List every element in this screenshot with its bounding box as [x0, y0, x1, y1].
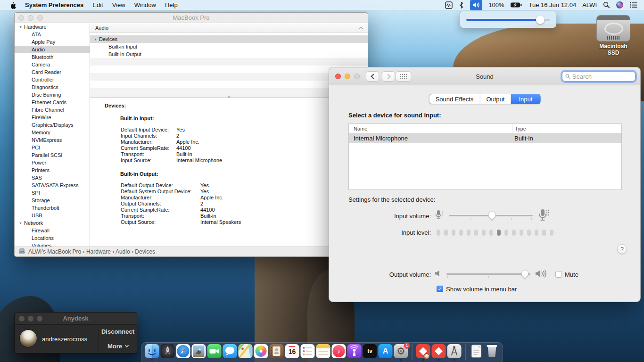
show-volume-checkbox[interactable]: ✓	[437, 286, 443, 292]
sidebar-item-ethernet-cards[interactable]: Ethernet Cards	[15, 99, 90, 106]
apple-menu-icon[interactable]	[10, 0, 16, 10]
desktop-disk-macintosh-ssd[interactable]: Macintosh SSD	[595, 15, 632, 56]
forward-button[interactable]	[382, 71, 395, 82]
sidebar-item-bluetooth[interactable]: Bluetooth	[15, 53, 90, 61]
menu-edit[interactable]: Edit	[92, 1, 103, 8]
dock-item-photo-file[interactable]	[192, 344, 206, 360]
sidebar-item-nvmexpress[interactable]: NVMExpress	[15, 136, 90, 144]
dock-item-system-information[interactable]	[447, 344, 462, 360]
dock-item-apple-tv[interactable]: tv	[363, 344, 377, 360]
slider-thumb[interactable]	[521, 270, 529, 281]
splitter-handle[interactable]	[228, 96, 230, 98]
disconnect-button[interactable]: Disconnect	[99, 325, 137, 339]
dock-item-reminders[interactable]	[301, 344, 315, 360]
zoom-button[interactable]	[37, 316, 42, 321]
sidebar-item-controller[interactable]: Controller	[15, 76, 90, 83]
menu-clock[interactable]: Tue 16 Jun 12.04	[528, 1, 576, 8]
help-button[interactable]: ?	[617, 244, 627, 254]
system-information-title-bar[interactable]: MacBook Pro	[15, 13, 368, 23]
tab-sound-effects[interactable]: Sound Effects	[429, 94, 480, 104]
more-button[interactable]: More	[99, 339, 137, 354]
volume-menu-icon[interactable]	[470, 0, 482, 10]
menu-help[interactable]: Help	[165, 1, 178, 8]
spotlight-icon[interactable]	[603, 0, 610, 10]
tab-output[interactable]: Output	[480, 94, 511, 104]
sidebar-item-fibre-channel[interactable]: Fibre Channel	[15, 106, 90, 114]
sidebar-item-pci[interactable]: PCI	[15, 144, 90, 151]
notification-center-icon[interactable]	[629, 0, 637, 10]
close-button[interactable]	[18, 15, 24, 21]
tree-root-devices[interactable]: ▼ Devices	[90, 35, 368, 43]
search-field[interactable]	[562, 71, 636, 82]
sidebar-item-parallel-scsi[interactable]: Parallel SCSI	[15, 151, 90, 159]
sidebar-item-usb[interactable]: USB	[15, 212, 90, 219]
dock-item-notes[interactable]	[316, 344, 330, 360]
dock-item-maps[interactable]	[239, 344, 253, 360]
pane-splitter[interactable]	[90, 95, 368, 98]
input-volume-slider[interactable]	[449, 211, 533, 221]
output-volume-slider[interactable]	[446, 270, 530, 279]
slider-thumb[interactable]	[488, 211, 496, 222]
menu-view[interactable]: View	[112, 1, 125, 8]
dock-item-documents[interactable]	[470, 344, 484, 360]
battery-icon[interactable]	[510, 0, 522, 10]
menu-user[interactable]: ALWI	[582, 1, 597, 8]
dock-item-music[interactable]: ♪	[332, 344, 346, 360]
tab-input[interactable]: Input	[511, 94, 540, 104]
dock-item-finder[interactable]	[145, 344, 159, 360]
sidebar-group-hardware[interactable]: ▼Hardware	[15, 23, 90, 31]
collapse-chevron-icon[interactable]	[359, 26, 363, 30]
sidebar-item-ata[interactable]: ATA	[15, 31, 90, 38]
sidebar-item-firewire[interactable]: FireWire	[15, 114, 90, 121]
mute-checkbox[interactable]	[555, 271, 562, 278]
disclosure-triangle-icon[interactable]: ▼	[19, 222, 22, 225]
sidebar-item-diagnostics[interactable]: Diagnostics	[15, 83, 90, 91]
dock-item-photos[interactable]	[254, 344, 268, 360]
tree-row-built-in-output[interactable]: Built-in Output	[90, 50, 368, 58]
sidebar-item-locations[interactable]: Locations	[15, 234, 90, 242]
column-header-type[interactable]: Type	[512, 124, 621, 133]
dock-item-safari[interactable]	[176, 344, 190, 360]
close-button[interactable]	[19, 316, 25, 321]
sidebar-item-audio[interactable]: Audio	[15, 46, 90, 53]
bluetooth-icon[interactable]	[459, 0, 464, 10]
sidebar-item-disc-burning[interactable]: Disc Burning	[15, 91, 90, 99]
zoom-button[interactable]	[354, 74, 360, 79]
zoom-button[interactable]	[37, 15, 43, 21]
dock-item-podcasts[interactable]	[347, 344, 362, 360]
sidebar-item-volumes[interactable]: Volumes	[15, 242, 90, 247]
dock-item-facetime[interactable]	[207, 344, 222, 360]
sidebar-item-sata-express[interactable]: SATA/SATA Express	[15, 181, 90, 189]
pane-header-audio[interactable]: Audio	[90, 23, 368, 33]
search-input[interactable]	[572, 73, 632, 80]
sidebar-item-camera[interactable]: Camera	[15, 61, 90, 68]
sidebar-item-sas[interactable]: SAS	[15, 174, 90, 181]
sidebar-item-memory[interactable]: Memory	[15, 129, 90, 136]
dock-item-trash[interactable]	[485, 344, 499, 360]
dock-item-contacts[interactable]	[270, 344, 284, 360]
disclosure-triangle-icon[interactable]: ▼	[19, 25, 22, 29]
table-row-internal-microphone[interactable]: Internal Microphone Built-in	[349, 133, 621, 143]
sidebar-item-card-reader[interactable]: Card Reader	[15, 68, 90, 76]
anydesk-title-bar[interactable]: Anydesk	[15, 313, 137, 325]
sidebar-item-spi[interactable]: SPI	[15, 189, 90, 197]
dock-item-app-store[interactable]: A	[379, 344, 393, 360]
sidebar-group-network[interactable]: ▼Network	[15, 219, 90, 227]
sidebar-item-graphics-displays[interactable]: Graphics/Displays	[15, 121, 90, 129]
dock-item-launchpad[interactable]	[161, 344, 175, 360]
anydesk-menu-icon[interactable]	[445, 0, 453, 10]
minimize-button[interactable]	[28, 316, 33, 321]
minimize-button[interactable]	[28, 15, 33, 21]
back-button[interactable]	[366, 71, 379, 82]
dock-item-messages[interactable]	[223, 344, 237, 360]
slider-track[interactable]	[446, 273, 530, 275]
menu-window[interactable]: Window	[134, 1, 156, 8]
column-header-name[interactable]: Name	[349, 124, 512, 133]
volume-popup-track[interactable]	[466, 19, 550, 21]
sidebar-item-printers[interactable]: Printers	[15, 166, 90, 174]
dock-item-calendar[interactable]: 16	[285, 344, 299, 360]
show-all-button[interactable]	[396, 71, 411, 82]
dock-item-system-preferences[interactable]: 1 ⚙	[394, 344, 408, 360]
dock-item-anydesk-session[interactable]	[416, 344, 430, 360]
dock-item-anydesk[interactable]	[432, 344, 446, 360]
